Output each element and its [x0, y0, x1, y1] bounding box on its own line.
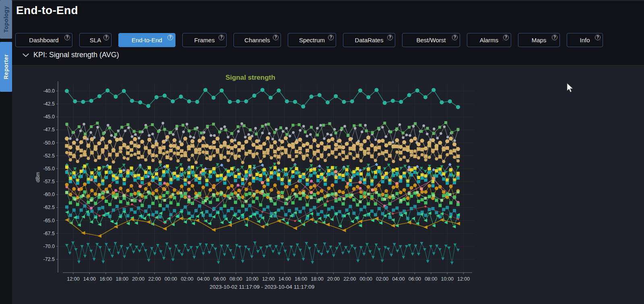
svg-text:06:00: 06:00 [409, 276, 421, 282]
help-icon[interactable]: ? [387, 35, 393, 40]
page-header: End-to-End Dashboard ? SLA ? End-to-End … [12, 0, 644, 66]
chevron-down-icon [23, 53, 29, 57]
help-icon[interactable]: ? [64, 35, 70, 40]
x-axis-caption: 2023-10-02 11:17:09 - 2023-10-04 11:17:0… [210, 284, 315, 290]
tab-dashboard[interactable]: Dashboard ? [15, 33, 72, 47]
tab-channels-label: Channels [244, 37, 270, 43]
help-icon[interactable]: ? [273, 35, 279, 40]
svg-text:08:00: 08:00 [425, 276, 437, 282]
help-icon[interactable]: ? [503, 35, 509, 40]
svg-text:18:00: 18:00 [311, 276, 323, 282]
svg-text:16:00: 16:00 [295, 276, 307, 282]
tab-alarms-label: Alarms [480, 37, 499, 43]
svg-text:12:00: 12:00 [67, 276, 79, 282]
svg-text:16:00: 16:00 [99, 276, 112, 282]
tab-sla[interactable]: SLA ? [79, 33, 111, 47]
help-icon[interactable]: ? [595, 35, 601, 40]
tab-maps[interactable]: Maps ? [518, 33, 560, 47]
svg-text:-65.0: -65.0 [43, 218, 55, 223]
svg-text:10:00: 10:00 [441, 276, 454, 282]
svg-text:22:00: 22:00 [343, 276, 356, 282]
tab-frames-label: Frames [194, 37, 215, 43]
svg-text:-62.5: -62.5 [43, 205, 55, 210]
sidebar-tab-reporter[interactable]: Reporter [0, 42, 12, 92]
svg-text:02:00: 02:00 [376, 276, 388, 282]
signal-strength-chart: -40.0-42.5-45.0-47.5-50.0-52.5-55.0-57.5… [15, 69, 486, 301]
tab-spectrum[interactable]: Spectrum ? [288, 33, 336, 47]
chart-title: Signal strength [225, 74, 275, 81]
help-icon[interactable]: ? [167, 35, 173, 40]
tab-best-worst-label: Best/Worst [416, 37, 446, 43]
ap-bottom-teal [65, 242, 460, 265]
sidebar-tab-topology-label: Topology [3, 6, 9, 33]
tab-dashboard-label: Dashboard [29, 37, 58, 43]
tab-frames[interactable]: Frames ? [182, 33, 227, 47]
tab-end-to-end[interactable]: End-to-End ? [118, 33, 175, 47]
svg-text:-57.5: -57.5 [43, 179, 55, 184]
tab-bar: Dashboard ? SLA ? End-to-End ? Frames ? … [15, 33, 603, 47]
page-title: End-to-End [16, 4, 78, 17]
kpi-section-title: KPI: Signal strength (AVG) [33, 51, 119, 59]
sidebar-tab-reporter-label: Reporter [3, 54, 9, 79]
svg-text:14:00: 14:00 [83, 276, 96, 282]
svg-text:00:00: 00:00 [360, 276, 372, 282]
tab-end-to-end-label: End-to-End [132, 37, 162, 43]
svg-text:-55.0: -55.0 [43, 166, 55, 172]
svg-text:02:00: 02:00 [181, 276, 193, 282]
svg-text:12:00: 12:00 [262, 276, 275, 282]
kpi-section-header[interactable]: KPI: Signal strength (AVG) [23, 51, 119, 59]
svg-text:18:00: 18:00 [116, 276, 128, 282]
svg-text:-60.0: -60.0 [43, 192, 55, 197]
tab-sla-label: SLA [90, 37, 101, 43]
series-layer [65, 88, 460, 265]
sidebar-tab-topology[interactable]: Topology [0, 0, 12, 39]
tab-maps-label: Maps [532, 37, 547, 43]
mouse-cursor [567, 83, 574, 93]
svg-text:14:00: 14:00 [279, 276, 291, 282]
svg-text:10:00: 10:00 [246, 276, 258, 282]
svg-text:04:00: 04:00 [197, 276, 210, 282]
tab-info-label: Info [580, 37, 590, 43]
svg-text:20:00: 20:00 [132, 276, 144, 282]
svg-text:20:00: 20:00 [327, 276, 340, 282]
help-icon[interactable]: ? [552, 35, 557, 40]
svg-text:-50.0: -50.0 [43, 140, 55, 146]
svg-text:08:00: 08:00 [229, 276, 242, 282]
tab-datarates-label: DataRates [355, 37, 384, 43]
help-icon[interactable]: ? [452, 35, 458, 40]
tab-datarates[interactable]: DataRates ? [343, 33, 395, 47]
svg-text:04:00: 04:00 [392, 276, 405, 282]
svg-text:12:00: 12:00 [457, 276, 470, 282]
content-panel: -40.0-42.5-45.0-47.5-50.0-52.5-55.0-57.5… [12, 66, 644, 304]
svg-text:-52.5: -52.5 [43, 153, 55, 159]
svg-text:22:00: 22:00 [148, 276, 161, 282]
svg-text:00:00: 00:00 [165, 276, 177, 282]
svg-text:06:00: 06:00 [213, 276, 226, 282]
svg-text:-67.5: -67.5 [43, 231, 55, 236]
tab-best-worst[interactable]: Best/Worst ? [402, 33, 460, 47]
tab-info[interactable]: Info ? [567, 33, 603, 47]
help-icon[interactable]: ? [219, 35, 224, 40]
svg-text:-72.5: -72.5 [43, 256, 55, 262]
tab-spectrum-label: Spectrum [299, 37, 325, 43]
svg-text:-47.5: -47.5 [43, 127, 55, 132]
y-axis-label: dBm [35, 172, 41, 182]
ap-orange-triangles [65, 217, 460, 238]
tab-alarms[interactable]: Alarms ? [467, 33, 511, 47]
help-icon[interactable]: ? [328, 35, 334, 40]
svg-text:-45.0: -45.0 [43, 114, 55, 120]
svg-text:-42.5: -42.5 [43, 101, 55, 107]
help-icon[interactable]: ? [103, 35, 109, 40]
svg-text:-40.0: -40.0 [43, 88, 55, 94]
svg-text:-70.0: -70.0 [43, 244, 55, 249]
tab-channels[interactable]: Channels ? [233, 33, 281, 47]
